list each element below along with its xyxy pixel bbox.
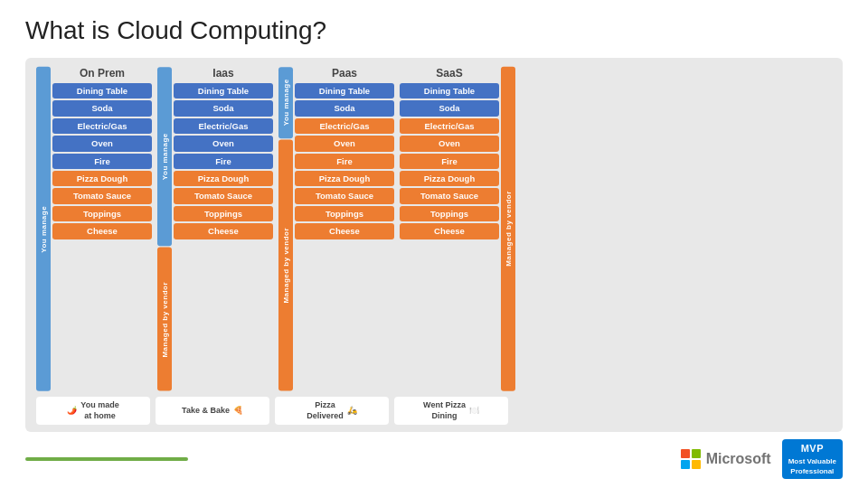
list-item: Toppings bbox=[295, 206, 394, 221]
iaas-col: Iaas Dining Table Soda Electric/Gas Oven… bbox=[174, 67, 273, 391]
col-on-prem: You manage On Prem Dining Table Soda Ele… bbox=[36, 67, 152, 391]
col-iaas: You manage Managed by vendor Iaas Dining… bbox=[157, 67, 273, 391]
list-item: Tomato Sauce bbox=[52, 188, 152, 203]
paas-items: Dining Table Soda Electric/Gas Oven Fire… bbox=[295, 83, 394, 391]
mvp-title: MVP bbox=[788, 442, 836, 455]
footer-label-paas: PizzaDelivered bbox=[307, 400, 344, 421]
saas-header: SaaS bbox=[400, 67, 499, 80]
list-item: Cheese bbox=[295, 223, 394, 239]
mvp-subtitle2: Professional bbox=[788, 466, 836, 476]
on-prem-col: On Prem Dining Table Soda Electric/Gas O… bbox=[52, 67, 152, 391]
list-item: Fire bbox=[52, 154, 152, 169]
list-item: Toppings bbox=[400, 206, 499, 221]
list-item: Cheese bbox=[174, 223, 273, 239]
green-accent-line bbox=[25, 457, 188, 461]
page-title: What is Cloud Computing? bbox=[25, 16, 843, 45]
list-item: Electric/Gas bbox=[52, 118, 152, 134]
on-prem-header: On Prem bbox=[52, 67, 152, 80]
list-item: Toppings bbox=[174, 206, 273, 221]
footer-on-prem: 🌶️ You madeat home bbox=[36, 397, 150, 425]
list-item: Dining Table bbox=[295, 83, 394, 99]
mvp-badge: MVP Most Valuable Professional bbox=[782, 439, 843, 479]
list-item: Electric/Gas bbox=[400, 118, 499, 134]
footer-saas: Went PizzaDining 🍽️ bbox=[394, 397, 508, 425]
list-item: Soda bbox=[295, 100, 394, 116]
list-item: Soda bbox=[52, 100, 152, 116]
list-item: Tomato Sauce bbox=[174, 188, 273, 203]
microsoft-grid-icon bbox=[681, 449, 701, 469]
logos-area: Microsoft MVP Most Valuable Professional bbox=[681, 439, 843, 479]
footer-label-saas: Went PizzaDining bbox=[423, 400, 466, 421]
list-item: Dining Table bbox=[174, 83, 273, 99]
list-item: Pizza Dough bbox=[400, 171, 499, 186]
paas-you-manage-label: You manage bbox=[278, 67, 293, 138]
on-prem-you-manage-label: You manage bbox=[36, 67, 51, 391]
list-item: Pizza Dough bbox=[52, 171, 152, 186]
iaas-left-labels: You manage Managed by vendor bbox=[157, 67, 172, 391]
footer-emoji-iaas: 🍕 bbox=[233, 406, 243, 417]
paas-header: Paas bbox=[295, 67, 394, 80]
col-paas: You manage Managed by vendor Paas Dining… bbox=[278, 67, 394, 391]
paas-left-labels: You manage Managed by vendor bbox=[278, 67, 293, 391]
list-item: Soda bbox=[400, 100, 499, 116]
list-item: Pizza Dough bbox=[174, 171, 273, 186]
iaas-items: Dining Table Soda Electric/Gas Oven Fire… bbox=[174, 83, 273, 391]
diagram-area: You manage On Prem Dining Table Soda Ele… bbox=[25, 58, 843, 432]
bottom-bar: Microsoft MVP Most Valuable Professional bbox=[25, 432, 843, 479]
page: What is Cloud Computing? You manage On P… bbox=[0, 0, 868, 488]
list-item: Cheese bbox=[52, 223, 152, 239]
list-item: Electric/Gas bbox=[174, 118, 273, 134]
microsoft-logo: Microsoft bbox=[681, 449, 771, 469]
list-item: Fire bbox=[295, 154, 394, 169]
list-item: Fire bbox=[174, 154, 273, 169]
list-item: Fire bbox=[400, 154, 499, 169]
footer-label-on-prem: You madeat home bbox=[80, 400, 118, 421]
iaas-header: Iaas bbox=[174, 67, 273, 80]
list-item: Oven bbox=[295, 136, 394, 151]
saas-managed-label: Managed by vendor bbox=[501, 67, 515, 391]
list-item: Electric/Gas bbox=[295, 118, 394, 134]
list-item: Pizza Dough bbox=[295, 171, 394, 186]
footer-row: 🌶️ You madeat home Take & Bake 🍕 PizzaDe… bbox=[36, 397, 832, 425]
footer-emoji-on-prem: 🌶️ bbox=[67, 406, 77, 417]
list-item: Oven bbox=[52, 136, 152, 151]
mvp-subtitle1: Most Valuable bbox=[788, 456, 836, 466]
col-saas: SaaS Dining Table Soda Electric/Gas Oven… bbox=[400, 67, 515, 391]
list-item: Dining Table bbox=[52, 83, 152, 99]
list-item: Toppings bbox=[52, 206, 152, 221]
main-content: You manage On Prem Dining Table Soda Ele… bbox=[25, 58, 843, 432]
list-item: Dining Table bbox=[400, 83, 499, 99]
microsoft-text: Microsoft bbox=[706, 451, 771, 467]
footer-emoji-saas: 🍽️ bbox=[469, 406, 479, 417]
iaas-managed-label: Managed by vendor bbox=[157, 248, 172, 391]
list-item: Tomato Sauce bbox=[400, 188, 499, 203]
footer-emoji-paas: 🛵 bbox=[347, 406, 357, 417]
list-item: Tomato Sauce bbox=[295, 188, 394, 203]
on-prem-items: Dining Table Soda Electric/Gas Oven Fire… bbox=[52, 83, 152, 391]
saas-col: SaaS Dining Table Soda Electric/Gas Oven… bbox=[400, 67, 499, 391]
list-item: Soda bbox=[174, 100, 273, 116]
paas-managed-label: Managed by vendor bbox=[278, 140, 293, 391]
saas-items: Dining Table Soda Electric/Gas Oven Fire… bbox=[400, 83, 499, 391]
footer-iaas: Take & Bake 🍕 bbox=[156, 397, 269, 425]
footer-label-iaas: Take & Bake bbox=[182, 406, 230, 417]
paas-col: Paas Dining Table Soda Electric/Gas Oven… bbox=[295, 67, 394, 391]
columns-row: You manage On Prem Dining Table Soda Ele… bbox=[36, 67, 832, 391]
list-item: Oven bbox=[174, 136, 273, 151]
footer-paas: PizzaDelivered 🛵 bbox=[275, 397, 389, 425]
iaas-you-manage-label: You manage bbox=[157, 67, 172, 246]
list-item: Cheese bbox=[400, 223, 499, 239]
list-item: Oven bbox=[400, 136, 499, 151]
